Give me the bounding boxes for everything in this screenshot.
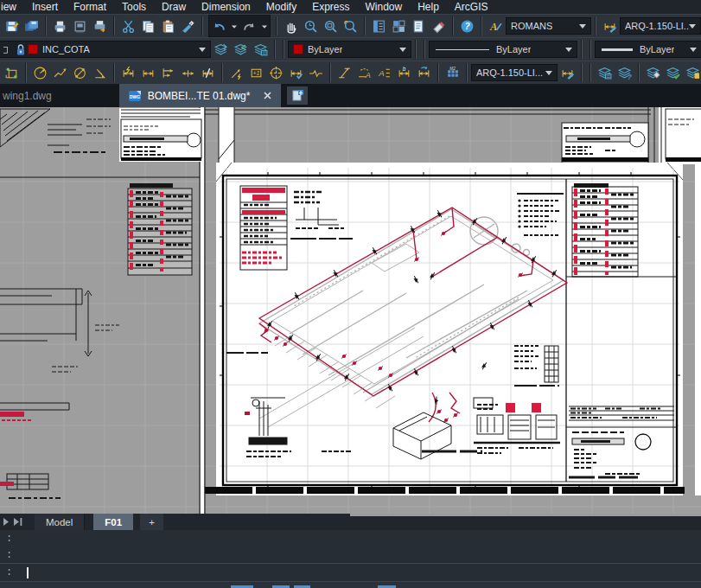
zoom-window-icon[interactable]: [321, 16, 341, 36]
plot-export-icon[interactable]: [90, 16, 110, 36]
layer-states-icon[interactable]: [595, 62, 615, 83]
layer-iso-icon[interactable]: [683, 62, 701, 83]
dim-text-edit-icon[interactable]: [414, 62, 434, 83]
dim-angular-icon[interactable]: [90, 62, 110, 83]
svg-text:A: A: [489, 20, 498, 32]
menu-item-express[interactable]: Express: [312, 1, 349, 13]
undo-options-icon[interactable]: [229, 16, 239, 36]
zoom-previous-icon[interactable]: [341, 16, 360, 36]
copy-icon[interactable]: [138, 16, 158, 36]
dim-oblique-icon[interactable]: [335, 62, 354, 83]
menu-item-insert[interactable]: Insert: [32, 1, 58, 13]
paste-icon[interactable]: [158, 16, 178, 36]
dim-continue-icon[interactable]: [178, 62, 198, 83]
dim-update-icon[interactable]: [558, 62, 577, 83]
dim-diameter-icon[interactable]: [70, 62, 90, 83]
undo-redo-group: [208, 15, 271, 37]
help-icon[interactable]: ?: [457, 16, 477, 36]
plot-icon[interactable]: [50, 16, 70, 36]
canvas-hscrollbar[interactable]: [350, 514, 701, 516]
separator: [595, 16, 596, 35]
dim-style-select-2[interactable]: ARQ-1.150-LI...: [471, 64, 558, 81]
menu-item-iew[interactable]: iew: [1, 1, 16, 13]
dim-radius-icon[interactable]: [30, 62, 50, 83]
design-center-icon[interactable]: [389, 16, 409, 36]
menu-item-arcgis[interactable]: ArcGIS: [455, 1, 488, 13]
toolbar-object-properties: INC_COTA ByLayer ByLayer ByLayer: [0, 37, 701, 61]
cut-icon[interactable]: [118, 16, 138, 36]
last-layout-icon[interactable]: [12, 514, 24, 530]
color-select[interactable]: ByLayer: [288, 41, 411, 58]
command-line[interactable]: : : :: [0, 530, 701, 581]
dim-baseline-icon[interactable]: [158, 62, 178, 83]
dim-inspect-icon[interactable]: [286, 62, 306, 83]
text-style-select[interactable]: ROMANS: [506, 17, 591, 35]
new-layout-button[interactable]: +: [140, 514, 163, 530]
layer-select[interactable]: INC_COTA: [0, 41, 211, 58]
quick-leader-icon[interactable]: [226, 62, 246, 83]
menu-item-help[interactable]: Help: [417, 1, 439, 13]
new-drawing-button[interactable]: [287, 86, 308, 105]
dim-style-icon[interactable]: [600, 16, 620, 36]
dim-break-icon[interactable]: [198, 62, 218, 83]
linetype-select[interactable]: ByLayer: [429, 41, 577, 58]
toolbar-standard: ? A ROMANS ARQ-1.150-LI...: [0, 14, 701, 37]
match-properties-icon[interactable]: [178, 16, 198, 36]
menu-item-tools[interactable]: Tools: [122, 1, 146, 13]
dim-tolerance-icon[interactable]: +1: [246, 62, 266, 83]
markup-icon[interactable]: [429, 16, 449, 36]
tab-bombeiro-active[interactable]: DWG BOMBEI...TE 01.dwg*: [119, 84, 282, 107]
menu-item-modify[interactable]: Modify: [266, 1, 296, 13]
separator: [481, 16, 482, 35]
redo-options-icon[interactable]: [259, 16, 270, 36]
center-mark-icon[interactable]: [266, 62, 286, 83]
layer-lock-icon[interactable]: [14, 41, 28, 58]
command-input-line[interactable]: :: [0, 563, 701, 581]
menu-item-format[interactable]: Format: [73, 1, 106, 13]
save-icon[interactable]: [2, 16, 22, 36]
properties-palette-icon[interactable]: [369, 16, 389, 36]
dim-jogged-icon[interactable]: [50, 62, 70, 83]
menu-item-dimension[interactable]: Dimension: [201, 1, 251, 13]
pan-icon[interactable]: [281, 16, 301, 36]
dim-jogline-icon[interactable]: [306, 62, 326, 83]
dim-edit-icon[interactable]: b: [394, 62, 414, 83]
layer-off-box-icon[interactable]: [3, 41, 14, 58]
dim-text-angle-icon[interactable]: A: [354, 62, 374, 83]
text-style-icon[interactable]: A: [486, 16, 506, 36]
redo-icon[interactable]: [239, 16, 259, 36]
first-layout-icon[interactable]: [0, 514, 12, 530]
drawing-canvas[interactable]: [0, 107, 701, 514]
linetype-sample: [436, 49, 489, 50]
save-all-icon[interactable]: [22, 16, 41, 36]
layer-manager-icon[interactable]: [251, 39, 271, 60]
tab-model[interactable]: Model: [35, 514, 85, 530]
menu-item-window[interactable]: Window: [365, 1, 402, 13]
text-cursor: [27, 567, 29, 578]
dwg-file-icon: DWG: [128, 89, 142, 103]
plot-preview-icon[interactable]: [70, 16, 90, 36]
menu-item-draw[interactable]: Draw: [162, 1, 186, 13]
layer-on-icon[interactable]: [663, 62, 683, 83]
tab-drawing1[interactable]: wing1.dwg: [3, 84, 52, 107]
dim-text-align-icon[interactable]: A: [374, 62, 394, 83]
area-grid-icon[interactable]: M2: [443, 62, 462, 83]
layer-previous-icon[interactable]: [231, 39, 251, 60]
command-history-line: :: [0, 530, 701, 546]
separator: [45, 16, 47, 35]
sheet-set-icon[interactable]: [409, 16, 429, 36]
zoom-realtime-icon[interactable]: [301, 16, 321, 36]
dim-style-select[interactable]: ARQ-1.150-LI...: [620, 17, 701, 35]
separator: [589, 40, 591, 59]
layer-erase-icon[interactable]: [643, 62, 663, 83]
quick-dim-icon[interactable]: [118, 62, 138, 83]
make-layer-current-icon[interactable]: [211, 39, 231, 60]
close-icon[interactable]: [263, 91, 272, 100]
layer-walk-icon[interactable]: ??: [615, 62, 634, 83]
undo-icon[interactable]: [209, 16, 229, 36]
chevron-down-icon: [545, 71, 552, 79]
dim-reassociate-icon[interactable]: [2, 62, 22, 83]
dim-linear-icon[interactable]: [138, 62, 158, 83]
tab-layout-f01[interactable]: F01: [93, 514, 133, 530]
lineweight-select[interactable]: ByLayer: [595, 41, 701, 58]
